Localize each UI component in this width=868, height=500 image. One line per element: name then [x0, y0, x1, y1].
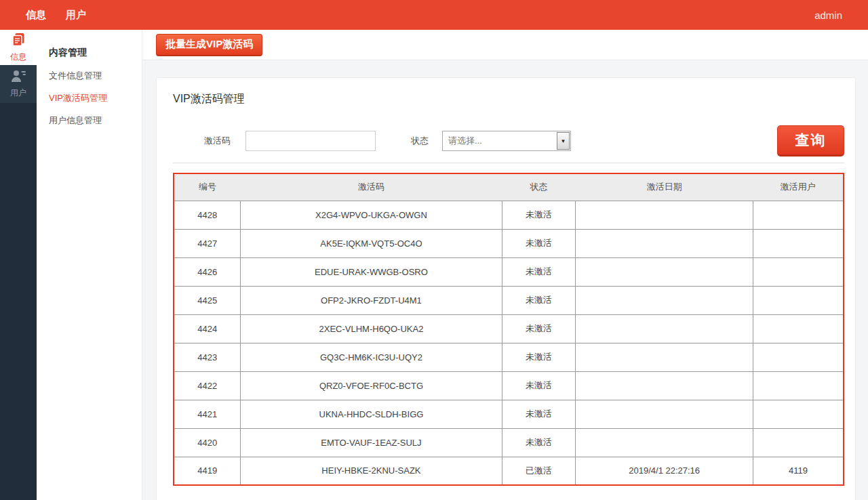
cell-id: 4424: [174, 314, 241, 343]
status-label: 状态: [411, 135, 429, 147]
status-select-value: 请选择...: [443, 135, 557, 147]
cell-user: [753, 400, 844, 428]
cell-code: EMTO-VAUF-1EAZ-SULJ: [241, 428, 502, 457]
cell-status: 未激活: [502, 371, 576, 400]
header-activation-date: 激活日期: [576, 173, 753, 201]
cell-status: 未激活: [502, 400, 576, 428]
cell-status: 未激活: [502, 343, 576, 371]
cell-user: [753, 371, 844, 400]
cell-id: 4419: [174, 457, 241, 485]
chevron-down-icon[interactable]: ▼: [557, 132, 570, 150]
codes-table: 编号 激活码 状态 激活日期 激活用户 4428X2G4-WPVO-UKGA-O…: [173, 173, 844, 486]
cell-id: 4422: [174, 371, 241, 400]
header-id: 编号: [174, 173, 241, 201]
cell-code: QRZ0-VFOE-RF0C-BCTG: [241, 371, 502, 400]
cell-code: X2G4-WPVO-UKGA-OWGN: [241, 201, 502, 229]
search-button[interactable]: 查询: [777, 125, 844, 157]
cell-date: [576, 201, 753, 229]
cell-user: 4119: [753, 457, 844, 485]
cell-id: 4426: [174, 257, 241, 286]
section-divider: [173, 163, 844, 163]
table-row: 4419HEIY-HBKE-2KNU-SAZK已激活2019/4/1 22:27…: [174, 457, 844, 485]
cell-date: 2019/4/1 22:27:16: [576, 457, 753, 485]
status-select[interactable]: 请选择... ▼: [442, 131, 571, 151]
icon-rail: 信息 用户: [0, 30, 37, 500]
cell-status: 未激活: [502, 314, 576, 343]
cell-id: 4420: [174, 428, 241, 457]
sidebar-item-vip-codes[interactable]: VIP激活码管理: [49, 93, 142, 104]
table-row: 4428X2G4-WPVO-UKGA-OWGN未激活: [174, 201, 844, 229]
cell-user: [753, 229, 844, 257]
cell-code: UKNA-HHDC-SLDH-BIGG: [241, 400, 502, 428]
cell-id: 4425: [174, 286, 241, 314]
header-activation-user: 激活用户: [753, 173, 844, 201]
cell-date: [576, 229, 753, 257]
cell-user: [753, 314, 844, 343]
activation-code-label: 激活码: [204, 135, 231, 147]
cell-date: [576, 257, 753, 286]
top-navbar: 信息 用户 admin: [0, 0, 868, 30]
top-menu: 信息 用户: [26, 9, 86, 22]
cell-date: [576, 286, 753, 314]
cell-id: 4421: [174, 400, 241, 428]
cell-code: GQ3C-HM6K-IC3U-UQY2: [241, 343, 502, 371]
cell-id: 4423: [174, 343, 241, 371]
rail-item-users[interactable]: 用户: [0, 65, 37, 103]
rail-item-label: 用户: [10, 87, 26, 99]
activation-code-input[interactable]: [245, 131, 376, 151]
documents-icon: [11, 32, 26, 49]
cell-code: EDUE-URAK-WWGB-OSRO: [241, 257, 502, 286]
cell-date: [576, 371, 753, 400]
main-content: 批量生成VIP激活码 VIP激活码管理 激活码 状态 请选择... ▼ 查询 编…: [142, 30, 868, 500]
vip-codes-panel: VIP激活码管理 激活码 状态 请选择... ▼ 查询 编号 激活码 状态: [156, 77, 856, 500]
table-row: 4422QRZ0-VFOE-RF0C-BCTG未激活: [174, 371, 844, 400]
table-row: 4421UKNA-HHDC-SLDH-BIGG未激活: [174, 400, 844, 428]
rail-item-info[interactable]: 信息: [0, 30, 37, 65]
table-row: 44242XEC-VLHM-H6QO-UKA2未激活: [174, 314, 844, 343]
cell-user: [753, 286, 844, 314]
cell-date: [576, 343, 753, 371]
cell-id: 4428: [174, 201, 241, 229]
cell-status: 未激活: [502, 201, 576, 229]
cell-date: [576, 428, 753, 457]
table-header: 编号 激活码 状态 激活日期 激活用户: [174, 173, 844, 201]
sidebar-item-file-info[interactable]: 文件信息管理: [49, 70, 142, 81]
page-title: VIP激活码管理: [173, 78, 844, 106]
current-user-label[interactable]: admin: [814, 9, 842, 21]
sidebar-item-user-info[interactable]: 用户信息管理: [49, 115, 142, 126]
table-row: 4426EDUE-URAK-WWGB-OSRO未激活: [174, 257, 844, 286]
cell-code: 2XEC-VLHM-H6QO-UKA2: [241, 314, 502, 343]
header-code: 激活码: [241, 173, 502, 201]
table-row: 4425OFP2-JKRO-FZDT-U4M1未激活: [174, 286, 844, 314]
top-menu-item-users[interactable]: 用户: [66, 9, 86, 22]
user-icon: [10, 69, 26, 85]
cell-status: 未激活: [502, 286, 576, 314]
cell-user: [753, 428, 844, 457]
cell-code: HEIY-HBKE-2KNU-SAZK: [241, 457, 502, 485]
cell-status: 未激活: [502, 257, 576, 286]
cell-status: 未激活: [502, 229, 576, 257]
cell-code: OFP2-JKRO-FZDT-U4M1: [241, 286, 502, 314]
cell-id: 4427: [174, 229, 241, 257]
table-row: 4423GQ3C-HM6K-IC3U-UQY2未激活: [174, 343, 844, 371]
sidebar-section-title: 内容管理: [49, 47, 142, 59]
cell-code: AK5E-IQKM-VQT5-OC4O: [241, 229, 502, 257]
cell-user: [753, 343, 844, 371]
table-row: 4427AK5E-IQKM-VQT5-OC4O未激活: [174, 229, 844, 257]
action-toolbar: 批量生成VIP激活码: [142, 30, 868, 60]
top-menu-item-info[interactable]: 信息: [26, 9, 46, 22]
header-status: 状态: [502, 173, 576, 201]
cell-date: [576, 400, 753, 428]
sidebar-menu: 内容管理 文件信息管理 VIP激活码管理 用户信息管理: [37, 30, 142, 500]
cell-status: 未激活: [502, 428, 576, 457]
batch-generate-button[interactable]: 批量生成VIP激活码: [156, 34, 262, 56]
table-body: 4428X2G4-WPVO-UKGA-OWGN未激活4427AK5E-IQKM-…: [174, 201, 844, 485]
cell-user: [753, 201, 844, 229]
cell-user: [753, 257, 844, 286]
cell-status: 已激活: [502, 457, 576, 485]
table-row: 4420EMTO-VAUF-1EAZ-SULJ未激活: [174, 428, 844, 457]
rail-item-label: 信息: [10, 51, 26, 63]
cell-date: [576, 314, 753, 343]
search-form: 激活码 状态 请选择... ▼ 查询: [173, 125, 844, 157]
